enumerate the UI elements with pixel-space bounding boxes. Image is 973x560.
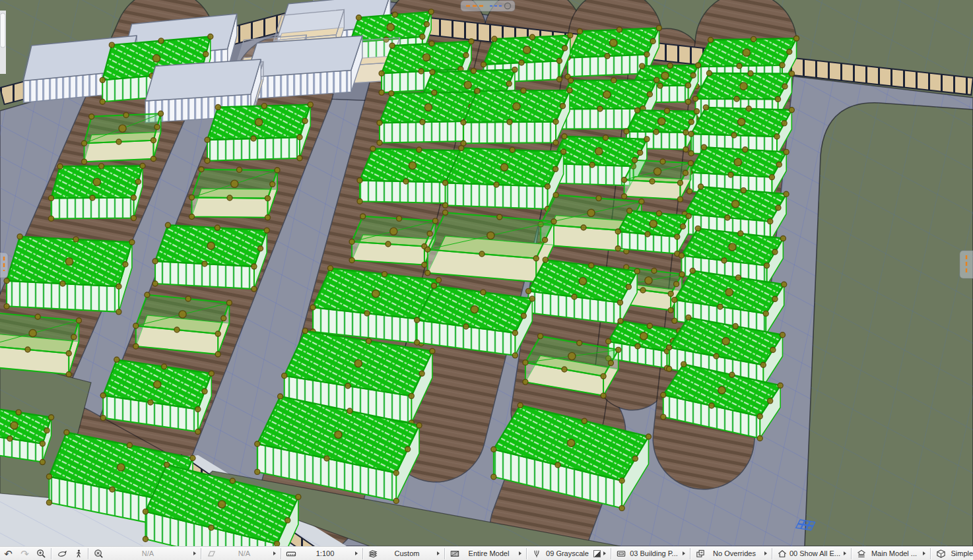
selection-handle[interactable] (789, 108, 794, 113)
selection-handle[interactable] (436, 278, 441, 283)
selection-handle[interactable] (725, 215, 730, 220)
grid-marker[interactable] (796, 520, 815, 530)
selection-handle[interactable] (40, 441, 45, 447)
selection-handle[interactable] (729, 372, 735, 377)
selection-handle[interactable] (487, 232, 494, 239)
selection-handle[interactable] (735, 275, 741, 280)
selection-handle[interactable] (195, 406, 201, 412)
selection-handle[interactable] (215, 331, 220, 336)
selection-handle[interactable] (251, 136, 256, 141)
selection-handle[interactable] (601, 373, 606, 379)
selection-handle[interactable] (179, 311, 186, 318)
selection-handle[interactable] (688, 151, 694, 156)
selection-handle[interactable] (681, 361, 687, 367)
selection-handle[interactable] (46, 474, 51, 480)
selection-handle[interactable] (463, 53, 469, 58)
selection-handle[interactable] (567, 88, 572, 93)
selection-handle[interactable] (131, 216, 136, 221)
selection-handle[interactable] (695, 226, 700, 231)
selection-handle[interactable] (556, 77, 562, 82)
selection-handle[interactable] (461, 120, 466, 125)
selection-handle[interactable] (687, 189, 692, 194)
selection-handle[interactable] (587, 209, 595, 216)
selection-handle[interactable] (16, 410, 21, 415)
selection-handle[interactable] (209, 371, 214, 376)
selection-handle[interactable] (403, 179, 409, 184)
selection-handle[interactable] (422, 53, 430, 61)
selection-handle[interactable] (568, 352, 576, 359)
selection-handle[interactable] (199, 167, 204, 172)
selection-handle[interactable] (725, 288, 733, 296)
selection-handle[interactable] (35, 314, 40, 319)
selection-handle[interactable] (679, 253, 684, 258)
selection-handle[interactable] (264, 228, 269, 233)
selection-handle[interactable] (746, 106, 751, 111)
selection-handle[interactable] (100, 393, 106, 398)
selection-handle[interactable] (757, 414, 762, 419)
selection-handle[interactable] (123, 112, 129, 117)
selection-handle[interactable] (73, 237, 79, 242)
selection-handle[interactable] (148, 400, 153, 405)
selection-handle[interactable] (768, 219, 773, 224)
selection-handle[interactable] (718, 387, 725, 394)
selection-handle[interactable] (479, 251, 485, 257)
selection-handle[interactable] (597, 106, 603, 111)
selection-handle[interactable] (215, 105, 220, 110)
selection-handle[interactable] (507, 119, 512, 125)
selection-handle[interactable] (174, 327, 180, 332)
selection-handle[interactable] (635, 344, 640, 349)
selection-handle[interactable] (603, 135, 608, 140)
selection-handle[interactable] (582, 418, 587, 423)
selection-handle[interactable] (252, 286, 257, 292)
selection-handle[interactable] (611, 78, 617, 83)
selection-handle[interactable] (690, 73, 696, 78)
selection-handle[interactable] (784, 149, 789, 154)
selection-handle[interactable] (282, 373, 287, 379)
selection-handle[interactable] (379, 90, 384, 95)
fit-in-window-dropdown[interactable]: N/A (90, 547, 199, 560)
selection-handle[interactable] (116, 309, 121, 315)
building-selected[interactable] (49, 163, 146, 221)
selection-handle[interactable] (310, 305, 316, 310)
selection-handle[interactable] (658, 117, 665, 125)
selection-handle[interactable] (189, 195, 195, 200)
selection-handle[interactable] (794, 36, 799, 41)
selection-handle[interactable] (732, 201, 739, 208)
selection-handle[interactable] (533, 256, 539, 261)
selection-handle[interactable] (409, 393, 414, 398)
selection-handle[interactable] (523, 360, 528, 365)
selection-handle[interactable] (561, 149, 566, 154)
selection-handle[interactable] (619, 478, 624, 483)
selection-handle[interactable] (640, 63, 645, 69)
selection-handle[interactable] (65, 258, 73, 265)
selection-handle[interactable] (572, 294, 577, 299)
selection-handle[interactable] (275, 541, 280, 546)
selection-handle[interactable] (252, 264, 257, 269)
selection-handle[interactable] (387, 24, 394, 31)
selection-handle[interactable] (551, 219, 556, 224)
building-selected[interactable] (152, 222, 269, 292)
selection-handle[interactable] (459, 146, 464, 151)
selection-handle[interactable] (492, 36, 497, 42)
selection-handle[interactable] (568, 78, 574, 83)
selection-handle[interactable] (297, 135, 302, 140)
selection-handle[interactable] (728, 172, 733, 177)
selection-handle[interactable] (634, 108, 640, 113)
selection-handle[interactable] (215, 352, 220, 357)
selection-handle[interactable] (60, 281, 65, 286)
zoom-in-button[interactable] (33, 547, 50, 560)
3d-view[interactable] (0, 0, 973, 546)
selection-handle[interactable] (432, 218, 438, 224)
selection-handle[interactable] (615, 246, 621, 251)
selection-handle[interactable] (76, 318, 81, 323)
selection-handle[interactable] (763, 311, 768, 316)
selection-handle[interactable] (202, 389, 207, 394)
selection-handle[interactable] (553, 166, 558, 171)
selection-handle[interactable] (392, 12, 397, 17)
selection-handle[interactable] (624, 129, 629, 134)
selection-handle[interactable] (364, 311, 370, 316)
selection-handle[interactable] (512, 67, 518, 73)
selection-handle[interactable] (360, 214, 366, 219)
selection-handle[interactable] (129, 239, 135, 245)
selection-handle[interactable] (265, 215, 270, 220)
